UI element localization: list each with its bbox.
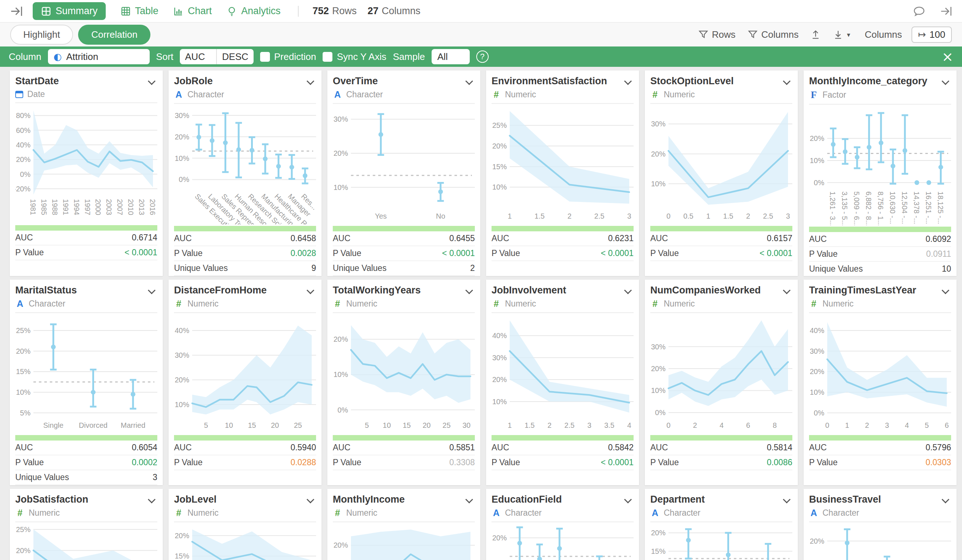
svg-text:10%: 10% bbox=[175, 400, 189, 408]
chevron-down-icon[interactable] bbox=[624, 77, 632, 85]
column-chart[interactable]: 25%20%15%10%11.522.53 bbox=[492, 105, 634, 224]
column-chart[interactable]: 30%20%10%YesNo bbox=[333, 105, 475, 224]
chevron-down-icon[interactable] bbox=[783, 77, 791, 85]
svg-text:1: 1 bbox=[507, 212, 512, 220]
svg-text:4: 4 bbox=[627, 421, 631, 429]
chevron-down-icon[interactable] bbox=[465, 287, 473, 294]
column-chart[interactable]: 20%15% bbox=[650, 523, 793, 560]
chevron-down-icon[interactable] bbox=[307, 287, 314, 294]
date-type-icon bbox=[15, 91, 23, 98]
column-chart[interactable]: 30%20%10%00.511.522.53 bbox=[650, 105, 793, 224]
svg-text:20%: 20% bbox=[334, 335, 348, 343]
download-button[interactable]: ▾ bbox=[833, 29, 850, 40]
column-chart[interactable]: 20%10% bbox=[492, 523, 634, 560]
close-icon[interactable]: × bbox=[942, 50, 953, 63]
column-chart[interactable]: 40%30%20%10%510152025 bbox=[174, 314, 316, 434]
stat-label: AUC bbox=[492, 234, 509, 243]
column-name: StartDate bbox=[15, 76, 59, 87]
column-width-control[interactable]: ↦ 100 bbox=[912, 26, 952, 43]
svg-text:25: 25 bbox=[294, 421, 302, 429]
num-type-icon: # bbox=[174, 508, 184, 518]
column-count-label: Columns bbox=[382, 5, 421, 17]
column-chart[interactable]: 20%10%0%51015202530 bbox=[333, 314, 475, 434]
upload-button[interactable] bbox=[810, 29, 821, 40]
tab-chart[interactable]: Chart bbox=[173, 5, 212, 17]
column-chart[interactable]: 20%10% bbox=[333, 523, 475, 560]
svg-text:40%: 40% bbox=[16, 141, 31, 149]
svg-text:0%: 0% bbox=[179, 176, 189, 183]
column-stats: AUC0.5842P Value< 0.0001 bbox=[492, 441, 634, 470]
chevron-down-icon[interactable] bbox=[624, 496, 632, 504]
chevron-down-icon[interactable] bbox=[148, 77, 155, 85]
collapse-left-panel-icon[interactable] bbox=[10, 4, 23, 18]
upload-icon bbox=[810, 29, 821, 40]
chevron-down-icon[interactable] bbox=[783, 287, 791, 294]
highlight-button[interactable]: Highlight bbox=[10, 25, 73, 45]
tab-summary[interactable]: Summary bbox=[33, 2, 106, 20]
chevron-down-icon[interactable] bbox=[148, 287, 155, 294]
column-count: 27 bbox=[368, 5, 379, 17]
sort-direction-select[interactable]: DESC bbox=[217, 51, 253, 63]
tab-analytics[interactable]: Analytics bbox=[226, 5, 281, 17]
stat-row-auc: AUC0.6714 bbox=[15, 231, 157, 245]
svg-text:10%: 10% bbox=[175, 154, 189, 162]
column-type-label: Numeric bbox=[29, 508, 60, 518]
column-chart[interactable]: 30%20%10%0%Sales ExecutiveLaboratory Tec… bbox=[174, 105, 316, 224]
stat-label: P Value bbox=[492, 249, 520, 258]
filter-columns-button[interactable]: Columns bbox=[747, 29, 799, 40]
collapse-right-panel-icon[interactable] bbox=[939, 5, 952, 18]
column-type-label: Character bbox=[187, 90, 224, 100]
svg-text:0: 0 bbox=[666, 212, 670, 220]
column-stats: AUC0.6231P Value< 0.0001 bbox=[492, 231, 634, 261]
chevron-down-icon[interactable] bbox=[148, 496, 155, 504]
column-name: StockOptionLevel bbox=[650, 76, 734, 87]
column-chart[interactable]: 20%10%0%1,261 - 3...3,135 - 5...5,009 - … bbox=[809, 105, 951, 225]
column-chart[interactable]: 40%30%20%10%0%0123456 bbox=[809, 314, 951, 434]
svg-text:30%: 30% bbox=[175, 351, 189, 359]
svg-text:Yes: Yes bbox=[375, 212, 387, 220]
num-type-icon: # bbox=[333, 299, 342, 309]
correlation-button[interactable]: Correlation bbox=[78, 25, 150, 45]
stat-row-p-value: P Value0.0086 bbox=[650, 455, 793, 470]
svg-text:5,009 - 6...: 5,009 - 6... bbox=[853, 191, 860, 225]
chevron-down-icon[interactable] bbox=[942, 496, 949, 504]
column-chart[interactable]: 25%20%15%10%1234 bbox=[15, 523, 157, 560]
comment-bubble-icon[interactable] bbox=[913, 5, 926, 18]
svg-text:3: 3 bbox=[627, 212, 631, 220]
tab-table[interactable]: Table bbox=[120, 5, 159, 17]
column-type-label: Numeric bbox=[187, 299, 219, 309]
chevron-down-icon[interactable] bbox=[307, 77, 314, 85]
column-chart[interactable]: 20% bbox=[809, 523, 951, 560]
prediction-checkbox[interactable] bbox=[260, 52, 270, 62]
column-chart[interactable]: 40%30%20%10%11.522.533.54 bbox=[492, 314, 634, 434]
column-type-label: Character bbox=[505, 508, 542, 518]
chevron-down-icon[interactable] bbox=[465, 77, 473, 85]
chevron-down-icon[interactable] bbox=[465, 496, 473, 504]
chevron-down-icon[interactable] bbox=[783, 496, 791, 504]
chevron-down-icon[interactable] bbox=[942, 77, 949, 85]
target-column-select[interactable]: ◐ Attrition bbox=[48, 49, 150, 64]
svg-text:1.5: 1.5 bbox=[525, 421, 535, 429]
sync-y-axis-checkbox[interactable] bbox=[323, 52, 333, 62]
stat-value: 0.0288 bbox=[291, 458, 316, 467]
column-chart[interactable]: 80%60%40%20%0%-20%1981198519881991199419… bbox=[15, 104, 157, 224]
column-card-StartDate: StartDate Date 80%60%40%20%0%-20%1981198… bbox=[10, 71, 163, 276]
chevron-down-icon[interactable] bbox=[942, 287, 949, 294]
stat-value: 9 bbox=[312, 263, 316, 273]
stat-label: AUC bbox=[809, 443, 827, 452]
help-icon[interactable]: ? bbox=[476, 50, 489, 63]
column-name: JobRole bbox=[174, 76, 213, 87]
row-count: 752 bbox=[312, 5, 329, 17]
sync-y-axis-option: Sync Y Axis bbox=[323, 51, 386, 63]
chevron-down-icon[interactable] bbox=[307, 496, 314, 504]
sample-select[interactable]: All bbox=[432, 49, 470, 64]
svg-text:30%: 30% bbox=[334, 115, 348, 123]
sort-field-select[interactable]: AUC bbox=[180, 51, 216, 63]
stat-row-auc: AUC0.5940 bbox=[174, 441, 316, 455]
filter-rows-button[interactable]: Rows bbox=[698, 29, 736, 40]
column-chart[interactable]: 30%20%10%0%02468 bbox=[650, 314, 793, 434]
column-chart[interactable]: 25%20%15%10%5%SingleDivorcedMarried bbox=[15, 314, 157, 434]
chevron-down-icon[interactable] bbox=[624, 287, 632, 294]
svg-text:20%: 20% bbox=[175, 376, 189, 384]
column-chart[interactable]: 20%15%10%5%12345 bbox=[174, 523, 316, 560]
